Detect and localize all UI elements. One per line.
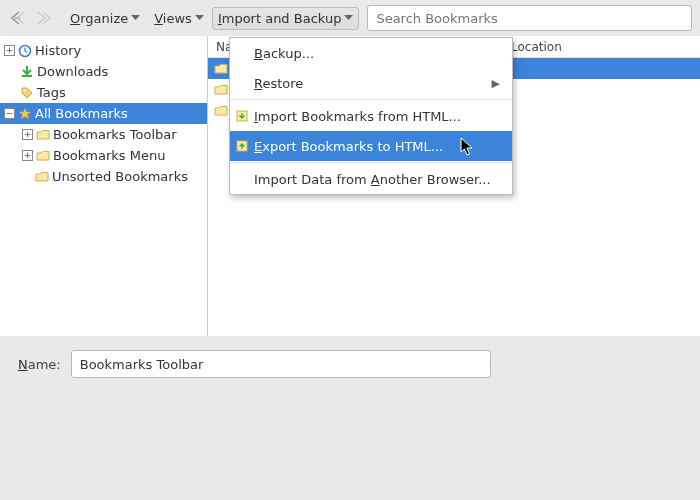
tree-label: History <box>35 43 81 58</box>
toolbar: Organize Views Import and Backup <box>0 0 700 36</box>
search-container <box>367 5 692 31</box>
expand-icon[interactable]: + <box>22 129 33 140</box>
export-icon <box>234 139 250 153</box>
submenu-arrow-icon: ▶ <box>492 77 500 90</box>
search-input[interactable] <box>367 5 692 31</box>
menu-export-html[interactable]: Export Bookmarks to HTML... <box>230 131 512 161</box>
folder-icon <box>214 84 228 96</box>
clock-icon <box>18 44 32 58</box>
tree-tags[interactable]: Tags <box>0 82 207 103</box>
svg-point-1 <box>24 89 26 91</box>
name-label: Name: <box>18 357 61 372</box>
details-pane: Name: <box>0 336 700 392</box>
tree-history[interactable]: + History <box>0 40 207 61</box>
expand-icon[interactable]: + <box>22 150 33 161</box>
folder-icon <box>36 150 50 162</box>
import-backup-dropdown: Backup... Restore ▶ Import Bookmarks fro… <box>229 37 513 195</box>
folder-icon <box>214 105 228 117</box>
tree-bookmarks-menu[interactable]: + Bookmarks Menu <box>0 145 207 166</box>
tag-icon <box>20 86 34 100</box>
tree-downloads[interactable]: Downloads <box>0 61 207 82</box>
folder-icon <box>214 63 228 75</box>
expand-icon[interactable]: + <box>4 45 15 56</box>
tree-unsorted-bookmarks[interactable]: Unsorted Bookmarks <box>0 166 207 187</box>
menu-separator <box>230 99 512 100</box>
menu-restore[interactable]: Restore ▶ <box>230 68 512 98</box>
tree-label: Unsorted Bookmarks <box>52 169 188 184</box>
organize-menu[interactable]: Organize <box>64 7 146 30</box>
menu-backup[interactable]: Backup... <box>230 38 512 68</box>
sidebar: + History Downloads Tags − All Bookmarks… <box>0 36 208 336</box>
collapse-icon[interactable]: − <box>4 108 15 119</box>
tree-label: Bookmarks Toolbar <box>53 127 177 142</box>
import-icon <box>234 109 250 123</box>
col-location[interactable]: Location <box>503 40 700 54</box>
folder-icon <box>36 129 50 141</box>
star-icon <box>18 107 32 121</box>
tree-label: Downloads <box>37 64 108 79</box>
back-button[interactable] <box>8 7 30 29</box>
download-icon <box>20 65 34 79</box>
menu-import-browser[interactable]: Import Data from Another Browser... <box>230 164 512 194</box>
tree-all-bookmarks[interactable]: − All Bookmarks <box>0 103 207 124</box>
folder-icon <box>35 171 49 183</box>
name-input[interactable] <box>71 350 491 378</box>
views-menu[interactable]: Views <box>148 7 210 30</box>
forward-button[interactable] <box>32 7 54 29</box>
import-backup-menu[interactable]: Import and Backup <box>212 7 360 30</box>
tree-label: Bookmarks Menu <box>53 148 165 163</box>
menu-import-html[interactable]: Import Bookmarks from HTML... <box>230 101 512 131</box>
menu-separator <box>230 162 512 163</box>
tree-label: All Bookmarks <box>35 106 128 121</box>
tree-bookmarks-toolbar[interactable]: + Bookmarks Toolbar <box>0 124 207 145</box>
tree-label: Tags <box>37 85 66 100</box>
